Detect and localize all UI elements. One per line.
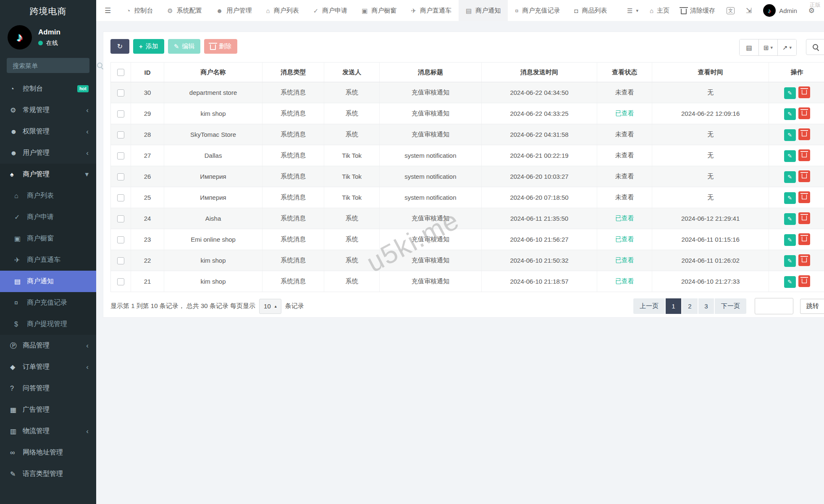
pencil-icon: ✎ bbox=[787, 132, 792, 138]
row-delete-button[interactable] bbox=[798, 149, 810, 161]
row-checkbox[interactable] bbox=[117, 278, 124, 285]
row-delete-button[interactable] bbox=[798, 254, 810, 266]
sidebar-item[interactable]: ¤商户充值记录 bbox=[0, 292, 96, 313]
sidebar-item[interactable]: ◆订单管理‹ bbox=[0, 356, 96, 378]
sidebar-item[interactable]: Ⓟ商品管理‹ bbox=[0, 335, 96, 356]
row-edit-button[interactable]: ✎ bbox=[784, 87, 796, 99]
sidebar-item[interactable]: ◔控制台hot bbox=[0, 78, 96, 99]
row-edit-button[interactable]: ✎ bbox=[784, 129, 796, 141]
prev-page-button[interactable]: 上一页 bbox=[633, 298, 665, 314]
row-checkbox[interactable] bbox=[117, 131, 124, 138]
home-link[interactable]: ⌂ 主页 bbox=[650, 7, 669, 15]
row-checkbox[interactable] bbox=[117, 194, 124, 201]
row-delete-button[interactable] bbox=[798, 275, 810, 287]
jump-button[interactable]: 跳转 bbox=[800, 299, 824, 314]
table-footer: 显示第 1 到第 10 条记录， 总共 30 条记录 每页显示 10 ▴ 条记录… bbox=[110, 298, 824, 314]
sidebar-item[interactable]: $商户提现管理 bbox=[0, 313, 96, 335]
row-checkbox[interactable] bbox=[117, 110, 124, 118]
sidebar-item[interactable]: ?问答管理 bbox=[0, 378, 96, 399]
sidebar-item[interactable]: ⚙常规管理‹ bbox=[0, 99, 96, 121]
page-button[interactable]: 2 bbox=[682, 298, 698, 314]
sender: 系统 bbox=[324, 82, 380, 103]
page-button[interactable]: 3 bbox=[698, 298, 714, 314]
edit-button-label: 编辑 bbox=[182, 42, 194, 50]
row-actions: ✎ bbox=[769, 82, 824, 103]
jump-page-input[interactable] bbox=[755, 298, 793, 314]
nav-tab[interactable]: ◔控制台 bbox=[119, 0, 160, 21]
language-toggle-button[interactable]: 文 bbox=[727, 7, 735, 14]
sidebar-item[interactable]: ✓商户申请 bbox=[0, 206, 96, 228]
row-edit-button[interactable]: ✎ bbox=[784, 276, 796, 288]
row-checkbox[interactable] bbox=[117, 89, 124, 97]
select-all-checkbox[interactable] bbox=[117, 69, 124, 76]
row-checkbox[interactable] bbox=[117, 173, 124, 180]
columns-button[interactable]: ⊞ ▾ bbox=[758, 39, 777, 55]
search-icon[interactable] bbox=[97, 63, 103, 69]
row-checkbox[interactable] bbox=[117, 257, 124, 264]
nav-tab[interactable]: ◘商品列表 bbox=[567, 0, 614, 21]
nav-tab[interactable]: ✓商户申请 bbox=[306, 0, 355, 21]
sidebar-item[interactable]: ♠商户管理▾ bbox=[0, 164, 96, 185]
row-edit-button[interactable]: ✎ bbox=[784, 234, 796, 246]
row-delete-button[interactable] bbox=[798, 191, 810, 203]
message-type: 系统消息 bbox=[262, 229, 324, 250]
detail-view-button[interactable]: ▤ bbox=[740, 39, 758, 55]
menu-search-input[interactable] bbox=[12, 62, 97, 70]
row-edit-button[interactable]: ✎ bbox=[784, 192, 796, 204]
page-size-select[interactable]: 10 ▴ bbox=[259, 299, 281, 314]
caret-down-icon: ▾ bbox=[771, 45, 773, 50]
sidebar-item[interactable]: ✎语言类型管理 bbox=[0, 463, 96, 485]
row-delete-button[interactable] bbox=[798, 107, 810, 119]
edit-button[interactable]: ✎ 编辑 bbox=[168, 39, 201, 54]
clear-cache-link[interactable]: 清除缓存 bbox=[681, 7, 715, 15]
sidebar-item[interactable]: ☻用户管理‹ bbox=[0, 142, 96, 164]
row-delete-button[interactable] bbox=[798, 212, 810, 224]
sidebar-item[interactable]: ▦广告管理 bbox=[0, 399, 96, 420]
status-badge: 已查看 bbox=[615, 214, 634, 222]
row-delete-button[interactable] bbox=[798, 86, 810, 98]
nav-tab[interactable]: ⚙系统配置 bbox=[160, 0, 209, 21]
chevron-left-icon: ‹ bbox=[86, 128, 89, 135]
nav-tab[interactable]: ▣商户橱窗 bbox=[354, 0, 404, 21]
sidebar-item[interactable]: ▥物流管理‹ bbox=[0, 420, 96, 442]
nav-tab[interactable]: ▤商户通知 bbox=[459, 0, 508, 21]
row-actions: ✎ bbox=[769, 229, 824, 250]
gear-icon: ⚙ bbox=[167, 8, 173, 14]
nav-tab[interactable]: ¤商户充值记录 bbox=[508, 0, 567, 21]
user-menu[interactable]: ♪ Admin bbox=[763, 4, 797, 17]
row-edit-button[interactable]: ✎ bbox=[784, 108, 796, 120]
sidebar-toggle-button[interactable]: ☰ bbox=[96, 7, 119, 14]
next-page-button[interactable]: 下一页 bbox=[715, 298, 746, 314]
sidebar-item[interactable]: ☻权限管理‹ bbox=[0, 121, 96, 142]
pencil-icon: ✎ bbox=[787, 111, 792, 117]
delete-button[interactable]: 删除 bbox=[204, 39, 237, 54]
sidebar-item[interactable]: ∞网络地址管理 bbox=[0, 442, 96, 463]
recharge-icon: ¤ bbox=[515, 8, 518, 14]
sidebar-item[interactable]: ⌂商户列表 bbox=[0, 185, 96, 206]
page-button[interactable]: 1 bbox=[666, 298, 681, 314]
nav-tab[interactable]: ☻用户管理 bbox=[209, 0, 259, 21]
refresh-button[interactable]: ↻ bbox=[110, 39, 129, 54]
row-checkbox[interactable] bbox=[117, 215, 124, 222]
row-edit-button[interactable]: ✎ bbox=[784, 255, 796, 267]
row-edit-button[interactable]: ✎ bbox=[784, 171, 796, 183]
row-delete-button[interactable] bbox=[798, 128, 810, 140]
row-delete-button[interactable] bbox=[798, 170, 810, 182]
nav-tab[interactable]: ✈商户直通车 bbox=[404, 0, 459, 21]
nav-overflow-dropdown[interactable]: ☰ ▾ bbox=[627, 8, 638, 14]
add-button[interactable]: + 添加 bbox=[133, 39, 164, 54]
sidebar-item[interactable]: ✈商户直通车 bbox=[0, 249, 96, 271]
avatar[interactable]: ♪ bbox=[8, 25, 32, 50]
fullscreen-button[interactable]: ⇲ bbox=[746, 7, 752, 14]
row-checkbox[interactable] bbox=[117, 236, 124, 243]
sidebar-item[interactable]: ▣商户橱窗 bbox=[0, 228, 96, 249]
nav-tab[interactable]: ⌂商户列表 bbox=[259, 0, 306, 21]
row-checkbox[interactable] bbox=[117, 152, 124, 159]
row-edit-button[interactable]: ✎ bbox=[784, 213, 796, 225]
export-button[interactable]: ↗ ▾ bbox=[777, 39, 796, 55]
row-delete-button[interactable] bbox=[798, 233, 810, 245]
row-edit-button[interactable]: ✎ bbox=[784, 150, 796, 162]
dashboard-icon: ◔ bbox=[10, 86, 23, 92]
sidebar-item[interactable]: ▤商户通知 bbox=[0, 271, 96, 292]
table-search-button[interactable] bbox=[806, 39, 824, 55]
